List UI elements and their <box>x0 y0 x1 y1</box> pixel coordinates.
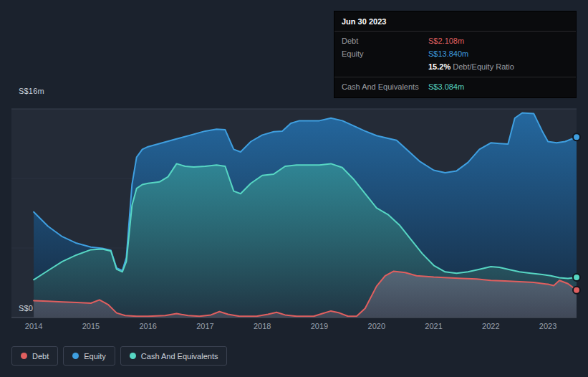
tooltip-equity-value: S$13.840m <box>428 49 569 59</box>
endpoint-cash[interactable] <box>573 274 580 281</box>
x-tick-label: 2021 <box>425 322 442 330</box>
x-tick-label: 2016 <box>139 322 156 330</box>
tooltip-equity-row: Equity S$13.840m <box>334 47 576 60</box>
tooltip-debt-value: S$2.108m <box>428 36 569 46</box>
debt-dot <box>21 353 27 359</box>
x-tick-label: 2014 <box>25 322 42 330</box>
legend-label: Debt <box>32 352 49 361</box>
x-tick-label: 2023 <box>539 322 556 330</box>
tooltip-ratio-value: 15.2% <box>428 62 450 71</box>
tooltip-debt-row: Debt S$2.108m <box>334 34 576 47</box>
equity-dot <box>72 353 79 359</box>
legend-item-debt[interactable]: Debt <box>11 346 58 366</box>
tooltip-debt-label: Debt <box>342 36 428 46</box>
endpoint-equity[interactable] <box>573 133 580 140</box>
cash-dot <box>130 353 136 359</box>
legend-item-cash[interactable]: Cash And Equivalents <box>120 346 228 366</box>
chart-tooltip: Jun 30 2023 Debt S$2.108m Equity S$13.84… <box>334 11 577 98</box>
tooltip-cash-row: Cash And Equivalents S$3.084m <box>334 77 576 97</box>
legend-item-equity[interactable]: Equity <box>63 346 115 366</box>
tooltip-date: Jun 30 2023 <box>334 11 576 32</box>
x-tick-label: 2020 <box>368 322 385 330</box>
debt-equity-history-chart: 2014201520162017201820192020202120222023… <box>0 0 588 377</box>
y-axis-label-max: S$16m <box>19 87 44 95</box>
x-tick-label: 2019 <box>311 322 328 330</box>
y-axis-label-zero: S$0 <box>19 304 33 312</box>
tooltip-ratio-label: Debt/Equity Ratio <box>453 62 514 71</box>
x-tick-label: 2018 <box>254 322 271 330</box>
tooltip-cash-label: Cash And Equivalents <box>342 82 428 92</box>
tooltip-cash-value: S$3.084m <box>428 82 569 92</box>
x-tick-label: 2017 <box>196 322 213 330</box>
endpoint-debt[interactable] <box>573 287 580 294</box>
legend-label: Cash And Equivalents <box>141 352 218 361</box>
x-tick-label: 2022 <box>482 322 499 330</box>
tooltip-ratio-row: 15.2% Debt/Equity Ratio <box>334 60 576 73</box>
tooltip-equity-label: Equity <box>342 49 428 59</box>
x-tick-label: 2015 <box>82 322 100 330</box>
chart-legend: DebtEquityCash And Equivalents <box>11 346 227 366</box>
legend-label: Equity <box>84 352 106 361</box>
